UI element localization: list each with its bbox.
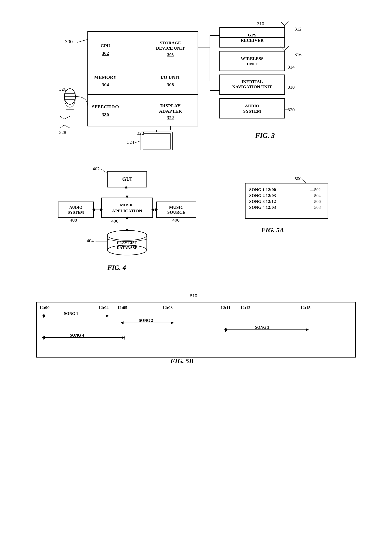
svg-text:314: 314 [287,64,295,69]
svg-text:326: 326 [59,86,66,92]
svg-rect-87 [101,198,153,218]
svg-text:SPEECH I/O: SPEECH I/O [92,104,119,109]
svg-line-77 [135,141,141,143]
svg-line-42 [281,22,285,26]
svg-text:MEMORY: MEMORY [94,75,117,80]
svg-text:12:05: 12:05 [117,305,127,310]
svg-text:12:15: 12:15 [300,305,310,310]
svg-text:GPS: GPS [248,32,256,37]
fig4-fig5a-row: 402 GUI MUSIC APPLICATION 400 [48,160,344,278]
svg-text:302: 302 [102,51,109,56]
svg-text:306: 306 [167,52,174,57]
svg-text:320: 320 [287,107,295,112]
svg-text:ADAPTER: ADAPTER [159,109,182,114]
svg-text:SONG 4: SONG 4 [70,333,84,337]
svg-marker-145 [106,315,109,317]
svg-text:SONG 1  12:00: SONG 1 12:00 [249,187,276,192]
svg-marker-163 [122,336,125,339]
svg-text:404: 404 [87,238,94,243]
svg-text:12:08: 12:08 [162,305,172,310]
svg-text:SONG 4  12:03: SONG 4 12:03 [249,205,276,210]
svg-text:DISPLAY: DISPLAY [160,103,180,108]
fig5a-section: 500 SONG 1 12:00 502 SONG 2 12:03 504 SO… [233,171,344,247]
svg-text:316: 316 [294,52,302,57]
svg-rect-35 [220,99,285,118]
svg-line-43 [285,22,289,26]
svg-text:506: 506 [314,199,321,204]
svg-line-49 [285,46,289,50]
svg-text:SYSTEM: SYSTEM [68,210,84,214]
svg-marker-151 [171,321,174,324]
svg-text:AUDIO: AUDIO [69,205,83,209]
fig4-section: 402 GUI MUSIC APPLICATION 400 [48,160,225,278]
svg-text:324: 324 [127,140,134,145]
svg-text:400: 400 [111,218,118,224]
svg-text:SONG 3: SONG 3 [255,325,269,329]
svg-line-80 [101,169,107,173]
svg-text:APPLICATION: APPLICATION [112,208,142,213]
svg-text:310: 310 [257,21,264,26]
svg-text:304: 304 [102,82,109,87]
svg-text:300: 300 [65,39,73,45]
svg-text:408: 408 [70,217,77,223]
svg-text:322: 322 [167,115,174,120]
svg-line-1 [77,39,88,42]
fig5b-svg: 510 12:00 12:04 12:05 12:08 12:11 12:12 … [29,290,363,369]
svg-text:NAVIGATION UNIT: NAVIGATION UNIT [232,84,272,89]
svg-text:RECEIVER: RECEIVER [241,38,264,43]
svg-text:318: 318 [287,84,295,90]
svg-text:510: 510 [190,293,197,298]
svg-text:502: 502 [314,187,321,192]
svg-text:PLAY LIST: PLAY LIST [117,241,137,245]
svg-text:308: 308 [167,82,174,87]
svg-rect-69 [141,132,172,150]
svg-text:SONG 3  12:12: SONG 3 12:12 [249,199,276,204]
svg-text:12:12: 12:12 [240,305,250,310]
svg-text:AUDIO: AUDIO [245,103,259,108]
svg-text:SONG 2: SONG 2 [139,318,153,323]
fig5b-section: 510 12:00 12:04 12:05 12:08 12:11 12:12 … [29,290,363,370]
svg-text:FIG. 3: FIG. 3 [255,132,275,140]
svg-marker-66 [64,116,70,128]
svg-text:STORAGE: STORAGE [160,40,181,45]
svg-rect-70 [143,134,170,149]
svg-marker-65 [60,116,64,128]
svg-text:MUSIC: MUSIC [120,203,134,207]
svg-text:DATABASE: DATABASE [117,246,137,250]
svg-text:SONG 2  12:03: SONG 2 12:03 [249,193,276,198]
svg-text:12:00: 12:00 [39,305,49,310]
svg-text:402: 402 [93,166,100,171]
fig4-svg: 402 GUI MUSIC APPLICATION 400 [48,160,225,278]
svg-text:500: 500 [294,176,302,181]
svg-text:WIRELESS: WIRELESS [241,56,264,61]
svg-text:406: 406 [172,217,179,223]
svg-text:I/O UNIT: I/O UNIT [161,75,180,80]
svg-text:MUSIC: MUSIC [169,205,183,210]
svg-text:INERTIAL: INERTIAL [241,79,263,84]
svg-text:CPU: CPU [100,43,110,48]
svg-text:12:04: 12:04 [99,305,109,310]
svg-line-48 [281,46,285,50]
fig3-svg: 300 CPU 302 STORAGE DEVICE UNIT 306 MEMO… [48,20,344,150]
svg-marker-157 [306,328,309,331]
svg-text:FIG. 4: FIG. 4 [107,264,126,271]
fig3-diagram: 300 CPU 302 STORAGE DEVICE UNIT 306 MEMO… [48,20,344,148]
svg-text:312: 312 [294,26,302,31]
svg-text:508: 508 [314,205,321,210]
svg-text:328: 328 [59,130,66,135]
svg-text:330: 330 [102,112,109,117]
svg-text:12:11: 12:11 [221,305,230,310]
svg-text:FIG. 5B: FIG. 5B [170,357,193,364]
page: 300 CPU 302 STORAGE DEVICE UNIT 306 MEMO… [0,0,392,541]
fig5a-svg: 500 SONG 1 12:00 502 SONG 2 12:03 504 SO… [233,171,344,246]
svg-text:FIG. 5A: FIG. 5A [261,226,284,234]
svg-rect-91 [58,202,94,218]
svg-text:DEVICE UNIT: DEVICE UNIT [156,46,185,51]
svg-text:SOURCE: SOURCE [167,210,185,215]
svg-rect-29 [220,51,285,71]
svg-text:GUI: GUI [122,176,132,182]
svg-text:504: 504 [314,193,321,198]
svg-text:SYSTEM: SYSTEM [243,109,261,114]
svg-text:SONG 1: SONG 1 [64,311,78,316]
svg-line-118 [302,180,306,183]
